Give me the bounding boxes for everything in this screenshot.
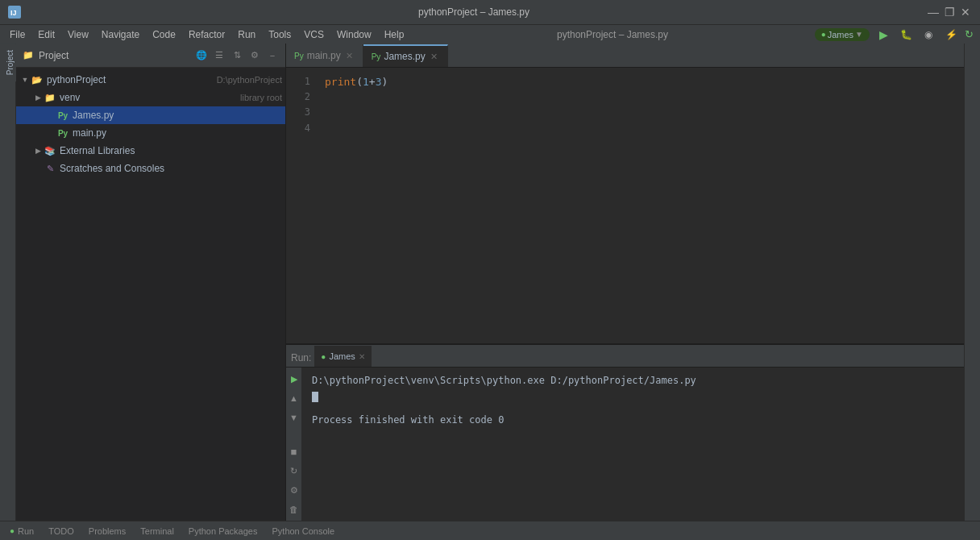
- editor-content[interactable]: 1 2 3 4 print(1+3): [286, 68, 964, 343]
- title-bar-controls: — ❐ ✕: [927, 6, 972, 19]
- menu-bar: File Edit View Navigate Code Refactor Ru…: [0, 24, 980, 44]
- james-tab-close[interactable]: ✕: [429, 52, 439, 62]
- menu-tools[interactable]: Tools: [262, 27, 297, 42]
- run-config-dropdown[interactable]: ▼: [855, 30, 863, 39]
- code-line-4: [325, 124, 957, 141]
- left-panel-labels: Project: [0, 44, 16, 521]
- panel-header: 📁 Project 🌐 ☰ ⇅ ⚙ −: [16, 44, 285, 68]
- main-tab-close[interactable]: ✕: [344, 51, 355, 61]
- menu-run[interactable]: Run: [231, 27, 262, 42]
- root-label: pythonProject: [47, 74, 214, 85]
- run-debug-button[interactable]: 🐛: [897, 26, 915, 44]
- tree-item-root[interactable]: ▼ 📂 pythonProject D:\pythonProject: [16, 71, 285, 89]
- run-command-line: D:\pythonProject\venv\Scripts\python.exe…: [312, 372, 954, 388]
- run-settings-icon[interactable]: ⚙: [288, 484, 301, 496]
- venv-label: venv: [60, 92, 237, 103]
- bottom-tab-python-packages[interactable]: Python Packages: [182, 525, 264, 538]
- panel-arrows-btn[interactable]: ⇅: [230, 49, 243, 62]
- minimize-button[interactable]: —: [927, 6, 940, 19]
- menu-edit[interactable]: Edit: [31, 27, 61, 42]
- app-icon: IJ: [8, 6, 21, 19]
- scratch-label: Scratches and Consoles: [60, 163, 282, 174]
- tree-item-james[interactable]: Py James.py: [16, 106, 285, 124]
- menu-window[interactable]: Window: [330, 27, 378, 42]
- run-profile-button[interactable]: ⚡: [942, 26, 960, 44]
- run-tab-james[interactable]: ● James ✕: [314, 346, 371, 367]
- main-py-icon: Py: [56, 127, 69, 139]
- bottom-tab-problems[interactable]: Problems: [82, 525, 132, 538]
- james-label: James.py: [73, 110, 282, 121]
- menu-help[interactable]: Help: [378, 27, 411, 42]
- tab-james-py[interactable]: Py James.py ✕: [363, 44, 448, 67]
- run-config-icon: ●: [821, 30, 826, 39]
- code-area[interactable]: print(1+3): [318, 68, 964, 343]
- main-tab-icon: Py: [294, 52, 304, 60]
- python-console-label: Python Console: [272, 526, 334, 536]
- panel-title: Project: [39, 50, 190, 61]
- root-folder-icon: 📂: [31, 73, 44, 86]
- root-path: D:\pythonProject: [217, 75, 282, 85]
- run-stop-icon[interactable]: ■: [288, 445, 301, 458]
- menu-vcs[interactable]: VCS: [297, 27, 330, 42]
- terminal-bottom-label: Terminal: [140, 526, 174, 536]
- python-packages-label: Python Packages: [189, 526, 258, 536]
- run-rerun-icon[interactable]: ↻: [288, 464, 301, 477]
- toolbar-project-title: pythonProject – James.py: [410, 29, 814, 40]
- tree-item-venv[interactable]: ▶ 📁 venv library root: [16, 89, 285, 106]
- code-line-3: [325, 108, 957, 125]
- run-play-button[interactable]: ▶: [874, 26, 892, 44]
- todo-bottom-label: TODO: [48, 526, 74, 536]
- panel-list-btn[interactable]: ☰: [213, 49, 226, 62]
- maximize-button[interactable]: ❐: [943, 6, 956, 19]
- panel-hide-btn[interactable]: −: [266, 49, 279, 62]
- tree-item-external[interactable]: ▶ 📚 External Libraries: [16, 142, 285, 160]
- menu-file[interactable]: File: [3, 27, 31, 42]
- tree-item-scratches[interactable]: ✎ Scratches and Consoles: [16, 160, 285, 177]
- menu-navigate[interactable]: Navigate: [95, 27, 146, 42]
- run-trash-icon[interactable]: 🗑: [288, 503, 301, 516]
- main-label: main.py: [73, 127, 282, 139]
- bottom-tab-python-console[interactable]: Python Console: [265, 525, 341, 538]
- bottom-tab-todo[interactable]: TODO: [42, 525, 81, 538]
- james-tab-icon: Py: [372, 52, 381, 61]
- tabs-bar: Py main.py ✕ Py James.py ✕: [286, 44, 964, 68]
- code-line-2: [325, 91, 957, 108]
- run-icons-col: ▶ ▲ ▼ ■ ↻ ⚙ 🗑: [286, 368, 302, 521]
- project-tab-label[interactable]: Project: [0, 44, 16, 81]
- panel-earth-btn[interactable]: 🌐: [195, 49, 208, 62]
- scratch-icon: ✎: [44, 162, 56, 175]
- line-num-1: 1: [286, 74, 310, 89]
- run-tab-name: James: [329, 351, 355, 361]
- menu-refactor[interactable]: Refactor: [182, 27, 231, 42]
- close-button[interactable]: ✕: [959, 6, 972, 19]
- project-panel: 📁 Project 🌐 ☰ ⇅ ⚙ − ▼ 📂 pythonProject D:…: [16, 44, 286, 521]
- update-icon[interactable]: ↻: [965, 28, 974, 40]
- code-num-1: 1: [363, 76, 369, 88]
- bottom-tab-terminal[interactable]: Terminal: [134, 525, 181, 538]
- run-play-icon[interactable]: ▶: [288, 372, 301, 385]
- james-py-icon: Py: [56, 109, 69, 122]
- run-scroll-down[interactable]: ▼: [288, 411, 301, 424]
- menu-code[interactable]: Code: [146, 27, 182, 42]
- ext-icon: 📚: [44, 144, 56, 157]
- run-scroll-up[interactable]: ▲: [288, 392, 301, 405]
- title-bar: IJ pythonProject – James.py — ❐ ✕: [0, 0, 980, 24]
- run-tab-close[interactable]: ✕: [359, 352, 365, 361]
- run-panel-full: ▶ ▲ ▼ ■ ↻ ⚙ 🗑 D:\pythonProject\venv\Scri…: [286, 368, 964, 521]
- editor-area: Py main.py ✕ Py James.py ✕ 1 2 3: [286, 44, 964, 343]
- run-exit-line: Process finished with exit code 0: [312, 412, 954, 428]
- run-config[interactable]: ● James ▼: [815, 28, 870, 41]
- line-numbers: 1 2 3 4: [286, 68, 318, 343]
- run-output: D:\pythonProject\venv\Scripts\python.exe…: [302, 368, 964, 521]
- title-bar-left: IJ: [8, 6, 21, 19]
- panel-gear-btn[interactable]: ⚙: [248, 49, 261, 62]
- james-tab-label: James.py: [384, 51, 425, 62]
- tree-item-main[interactable]: Py main.py: [16, 124, 285, 142]
- tab-main-py[interactable]: Py main.py ✕: [286, 44, 363, 67]
- run-config-name: James: [828, 30, 853, 39]
- svg-text:IJ: IJ: [10, 9, 17, 17]
- ext-arrow: ▶: [32, 147, 44, 155]
- bottom-tab-run[interactable]: ● Run: [3, 525, 40, 538]
- run-coverage-button[interactable]: ◉: [920, 26, 937, 44]
- menu-view[interactable]: View: [61, 27, 95, 42]
